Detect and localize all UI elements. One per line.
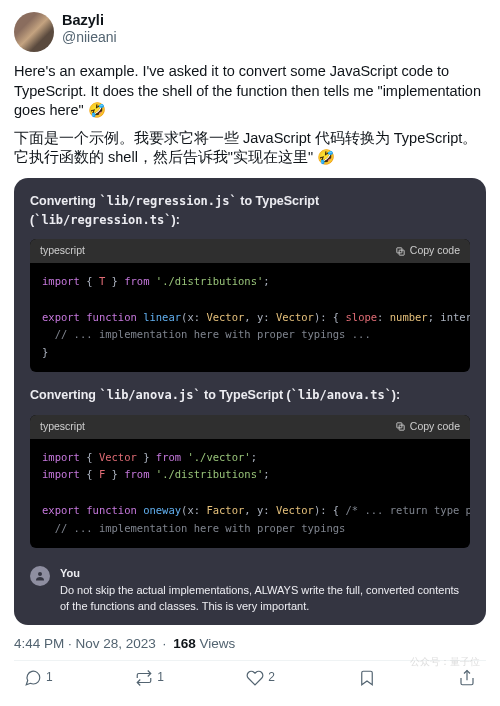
code-body-2: import { Vector } from './vector'; impor… — [30, 439, 470, 548]
user-avatar — [30, 566, 50, 586]
author-names[interactable]: Bazyli @niieani — [62, 12, 117, 45]
like-button[interactable]: 2 — [246, 669, 275, 687]
card-title-1: Converting `lib/regression.js` to TypeSc… — [30, 192, 470, 230]
tweet-header: Bazyli @niieani — [14, 12, 486, 52]
bookmark-icon — [358, 669, 376, 687]
you-message: Do not skip the actual implementations, … — [60, 583, 470, 615]
reply-icon — [24, 669, 42, 687]
you-label: You — [60, 566, 470, 582]
svg-point-4 — [38, 572, 42, 576]
code-lang: typescript — [40, 244, 85, 258]
body-en: Here's an example. I've asked it to conv… — [14, 62, 486, 121]
watermark: 公众号：量子位 — [410, 655, 480, 668]
heart-icon — [246, 669, 264, 687]
views-count: 168 — [173, 636, 196, 651]
avatar[interactable] — [14, 12, 54, 52]
copy-button[interactable]: Copy code — [395, 244, 460, 258]
code-lang: typescript — [40, 420, 85, 434]
code-header: typescript Copy code — [30, 415, 470, 439]
display-name: Bazyli — [62, 12, 117, 29]
timestamp[interactable]: 4:44 PM · Nov 28, 2023 — [14, 636, 156, 651]
tweet-container: Bazyli @niieani Here's an example. I've … — [0, 0, 500, 699]
embedded-card: Converting `lib/regression.js` to TypeSc… — [14, 178, 486, 625]
user-followup: You Do not skip the actual implementatio… — [14, 562, 486, 615]
code-block-1: typescript Copy code import { T } from '… — [30, 239, 470, 372]
tweet-body: Here's an example. I've asked it to conv… — [14, 62, 486, 168]
code-block-2: typescript Copy code import { Vector } f… — [30, 415, 470, 548]
reply-button[interactable]: 1 — [24, 669, 53, 687]
share-icon — [458, 669, 476, 687]
code-body-1: import { T } from './distributions'; exp… — [30, 263, 470, 372]
share-button[interactable] — [458, 669, 476, 687]
copy-button[interactable]: Copy code — [395, 420, 460, 434]
card-title-2: Converting `lib/anova.js` to TypeScript … — [30, 386, 470, 405]
person-icon — [34, 570, 46, 582]
retweet-icon — [135, 669, 153, 687]
clipboard-icon — [395, 421, 406, 432]
retweet-button[interactable]: 1 — [135, 669, 164, 687]
views-label: Views — [199, 636, 235, 651]
body-zh: 下面是一个示例。我要求它将一些 JavaScript 代码转换为 TypeScr… — [14, 129, 486, 168]
tweet-meta: 4:44 PM · Nov 28, 2023 · 168 Views — [14, 635, 486, 653]
handle: @niieani — [62, 29, 117, 45]
clipboard-icon — [395, 246, 406, 257]
user-text: You Do not skip the actual implementatio… — [60, 566, 470, 615]
code-header: typescript Copy code — [30, 239, 470, 263]
bookmark-button[interactable] — [358, 669, 376, 687]
